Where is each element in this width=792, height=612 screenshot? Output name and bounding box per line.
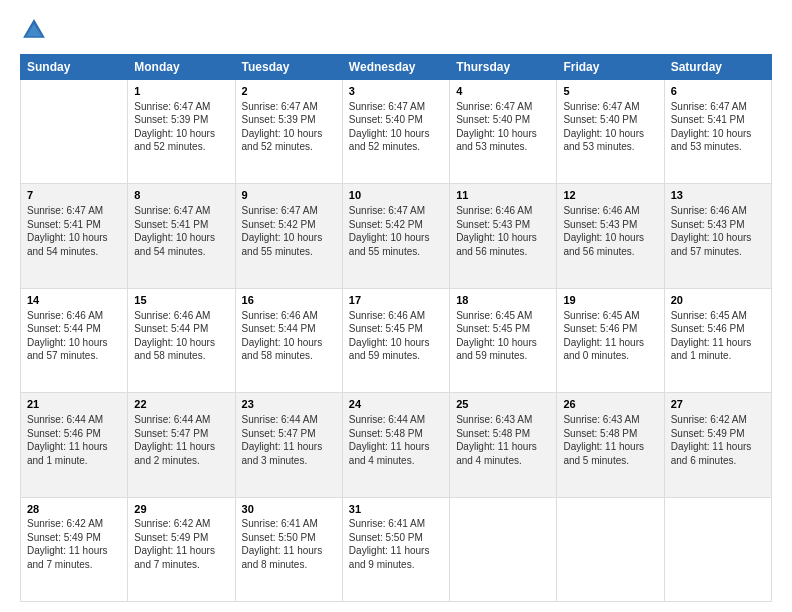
- calendar-cell: [450, 497, 557, 601]
- page: SundayMondayTuesdayWednesdayThursdayFrid…: [0, 0, 792, 612]
- day-number: 1: [134, 84, 228, 99]
- day-number: 27: [671, 397, 765, 412]
- day-number: 28: [27, 502, 121, 517]
- calendar-cell: 9Sunrise: 6:47 AM Sunset: 5:42 PM Daylig…: [235, 184, 342, 288]
- calendar-cell: 7Sunrise: 6:47 AM Sunset: 5:41 PM Daylig…: [21, 184, 128, 288]
- day-header-sunday: Sunday: [21, 55, 128, 80]
- day-number: 9: [242, 188, 336, 203]
- calendar-cell: 25Sunrise: 6:43 AM Sunset: 5:48 PM Dayli…: [450, 393, 557, 497]
- day-number: 17: [349, 293, 443, 308]
- logo: [20, 16, 52, 44]
- day-header-monday: Monday: [128, 55, 235, 80]
- day-info: Sunrise: 6:47 AM Sunset: 5:39 PM Dayligh…: [134, 100, 228, 154]
- week-row-4: 21Sunrise: 6:44 AM Sunset: 5:46 PM Dayli…: [21, 393, 772, 497]
- day-header-wednesday: Wednesday: [342, 55, 449, 80]
- day-number: 18: [456, 293, 550, 308]
- header: [20, 16, 772, 44]
- day-number: 21: [27, 397, 121, 412]
- calendar-cell: 31Sunrise: 6:41 AM Sunset: 5:50 PM Dayli…: [342, 497, 449, 601]
- day-info: Sunrise: 6:42 AM Sunset: 5:49 PM Dayligh…: [27, 517, 121, 571]
- day-info: Sunrise: 6:47 AM Sunset: 5:40 PM Dayligh…: [456, 100, 550, 154]
- day-info: Sunrise: 6:42 AM Sunset: 5:49 PM Dayligh…: [134, 517, 228, 571]
- day-number: 5: [563, 84, 657, 99]
- calendar-cell: 20Sunrise: 6:45 AM Sunset: 5:46 PM Dayli…: [664, 288, 771, 392]
- day-info: Sunrise: 6:46 AM Sunset: 5:44 PM Dayligh…: [27, 309, 121, 363]
- day-info: Sunrise: 6:43 AM Sunset: 5:48 PM Dayligh…: [563, 413, 657, 467]
- calendar-cell: 12Sunrise: 6:46 AM Sunset: 5:43 PM Dayli…: [557, 184, 664, 288]
- week-row-1: 1Sunrise: 6:47 AM Sunset: 5:39 PM Daylig…: [21, 80, 772, 184]
- calendar-cell: 3Sunrise: 6:47 AM Sunset: 5:40 PM Daylig…: [342, 80, 449, 184]
- day-number: 12: [563, 188, 657, 203]
- day-info: Sunrise: 6:46 AM Sunset: 5:44 PM Dayligh…: [242, 309, 336, 363]
- day-header-thursday: Thursday: [450, 55, 557, 80]
- day-info: Sunrise: 6:46 AM Sunset: 5:43 PM Dayligh…: [671, 204, 765, 258]
- day-header-friday: Friday: [557, 55, 664, 80]
- day-info: Sunrise: 6:44 AM Sunset: 5:46 PM Dayligh…: [27, 413, 121, 467]
- calendar-cell: 14Sunrise: 6:46 AM Sunset: 5:44 PM Dayli…: [21, 288, 128, 392]
- calendar-cell: 29Sunrise: 6:42 AM Sunset: 5:49 PM Dayli…: [128, 497, 235, 601]
- day-number: 26: [563, 397, 657, 412]
- week-row-5: 28Sunrise: 6:42 AM Sunset: 5:49 PM Dayli…: [21, 497, 772, 601]
- day-number: 16: [242, 293, 336, 308]
- day-info: Sunrise: 6:47 AM Sunset: 5:40 PM Dayligh…: [563, 100, 657, 154]
- calendar-cell: 1Sunrise: 6:47 AM Sunset: 5:39 PM Daylig…: [128, 80, 235, 184]
- day-info: Sunrise: 6:45 AM Sunset: 5:45 PM Dayligh…: [456, 309, 550, 363]
- logo-icon: [20, 16, 48, 44]
- calendar-cell: 18Sunrise: 6:45 AM Sunset: 5:45 PM Dayli…: [450, 288, 557, 392]
- day-number: 19: [563, 293, 657, 308]
- day-number: 3: [349, 84, 443, 99]
- day-info: Sunrise: 6:47 AM Sunset: 5:42 PM Dayligh…: [242, 204, 336, 258]
- calendar-cell: 15Sunrise: 6:46 AM Sunset: 5:44 PM Dayli…: [128, 288, 235, 392]
- week-row-3: 14Sunrise: 6:46 AM Sunset: 5:44 PM Dayli…: [21, 288, 772, 392]
- day-number: 22: [134, 397, 228, 412]
- day-info: Sunrise: 6:47 AM Sunset: 5:41 PM Dayligh…: [134, 204, 228, 258]
- week-row-2: 7Sunrise: 6:47 AM Sunset: 5:41 PM Daylig…: [21, 184, 772, 288]
- calendar-cell: 19Sunrise: 6:45 AM Sunset: 5:46 PM Dayli…: [557, 288, 664, 392]
- calendar-cell: 28Sunrise: 6:42 AM Sunset: 5:49 PM Dayli…: [21, 497, 128, 601]
- day-number: 14: [27, 293, 121, 308]
- day-number: 10: [349, 188, 443, 203]
- day-info: Sunrise: 6:46 AM Sunset: 5:44 PM Dayligh…: [134, 309, 228, 363]
- day-header-tuesday: Tuesday: [235, 55, 342, 80]
- day-number: 30: [242, 502, 336, 517]
- day-number: 20: [671, 293, 765, 308]
- day-info: Sunrise: 6:47 AM Sunset: 5:39 PM Dayligh…: [242, 100, 336, 154]
- day-info: Sunrise: 6:44 AM Sunset: 5:47 PM Dayligh…: [242, 413, 336, 467]
- day-info: Sunrise: 6:46 AM Sunset: 5:43 PM Dayligh…: [563, 204, 657, 258]
- calendar-cell: 16Sunrise: 6:46 AM Sunset: 5:44 PM Dayli…: [235, 288, 342, 392]
- calendar-cell: 30Sunrise: 6:41 AM Sunset: 5:50 PM Dayli…: [235, 497, 342, 601]
- day-number: 8: [134, 188, 228, 203]
- calendar-cell: 8Sunrise: 6:47 AM Sunset: 5:41 PM Daylig…: [128, 184, 235, 288]
- day-info: Sunrise: 6:47 AM Sunset: 5:42 PM Dayligh…: [349, 204, 443, 258]
- day-number: 25: [456, 397, 550, 412]
- calendar-cell: 6Sunrise: 6:47 AM Sunset: 5:41 PM Daylig…: [664, 80, 771, 184]
- calendar-cell: 5Sunrise: 6:47 AM Sunset: 5:40 PM Daylig…: [557, 80, 664, 184]
- calendar-cell: 4Sunrise: 6:47 AM Sunset: 5:40 PM Daylig…: [450, 80, 557, 184]
- calendar-cell: 23Sunrise: 6:44 AM Sunset: 5:47 PM Dayli…: [235, 393, 342, 497]
- calendar-cell: 21Sunrise: 6:44 AM Sunset: 5:46 PM Dayli…: [21, 393, 128, 497]
- day-number: 15: [134, 293, 228, 308]
- day-number: 29: [134, 502, 228, 517]
- day-number: 31: [349, 502, 443, 517]
- day-info: Sunrise: 6:41 AM Sunset: 5:50 PM Dayligh…: [349, 517, 443, 571]
- calendar-cell: 13Sunrise: 6:46 AM Sunset: 5:43 PM Dayli…: [664, 184, 771, 288]
- day-info: Sunrise: 6:43 AM Sunset: 5:48 PM Dayligh…: [456, 413, 550, 467]
- day-number: 11: [456, 188, 550, 203]
- day-header-saturday: Saturday: [664, 55, 771, 80]
- calendar-cell: [664, 497, 771, 601]
- calendar-cell: 10Sunrise: 6:47 AM Sunset: 5:42 PM Dayli…: [342, 184, 449, 288]
- calendar-cell: 17Sunrise: 6:46 AM Sunset: 5:45 PM Dayli…: [342, 288, 449, 392]
- day-number: 13: [671, 188, 765, 203]
- day-info: Sunrise: 6:45 AM Sunset: 5:46 PM Dayligh…: [671, 309, 765, 363]
- header-row: SundayMondayTuesdayWednesdayThursdayFrid…: [21, 55, 772, 80]
- day-info: Sunrise: 6:47 AM Sunset: 5:41 PM Dayligh…: [671, 100, 765, 154]
- day-info: Sunrise: 6:46 AM Sunset: 5:43 PM Dayligh…: [456, 204, 550, 258]
- day-number: 23: [242, 397, 336, 412]
- day-number: 7: [27, 188, 121, 203]
- day-info: Sunrise: 6:42 AM Sunset: 5:49 PM Dayligh…: [671, 413, 765, 467]
- day-info: Sunrise: 6:44 AM Sunset: 5:47 PM Dayligh…: [134, 413, 228, 467]
- calendar-cell: 27Sunrise: 6:42 AM Sunset: 5:49 PM Dayli…: [664, 393, 771, 497]
- day-info: Sunrise: 6:46 AM Sunset: 5:45 PM Dayligh…: [349, 309, 443, 363]
- calendar-table: SundayMondayTuesdayWednesdayThursdayFrid…: [20, 54, 772, 602]
- day-info: Sunrise: 6:45 AM Sunset: 5:46 PM Dayligh…: [563, 309, 657, 363]
